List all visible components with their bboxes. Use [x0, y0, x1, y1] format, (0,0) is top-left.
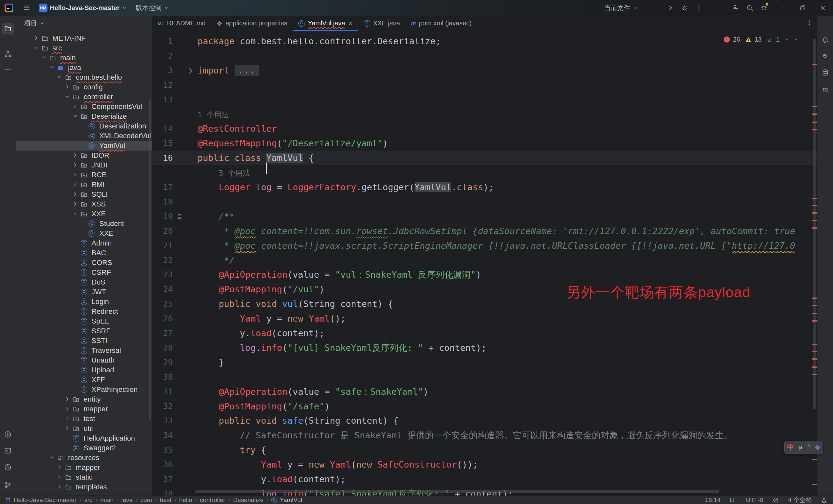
breadcrumb-item[interactable]: Hello-Java-Sec-master: [14, 497, 76, 504]
editor-horizontal-scrollbar[interactable]: [195, 490, 719, 493]
code-line-15[interactable]: 15@RequestMapping("/Deserialize/yaml"): [152, 136, 817, 151]
tab-pom-xml-javasec-[interactable]: mpom.xml (javasec): [405, 16, 477, 31]
tree-item-SSTI[interactable]: CSSTI: [16, 336, 152, 346]
editor-vertical-scrollbar[interactable]: [813, 39, 816, 409]
inlay-hint-line[interactable]: 3 个用法: [152, 165, 817, 180]
chevron-right-icon[interactable]: [72, 172, 78, 178]
chevron-right-icon[interactable]: [56, 484, 63, 490]
tree-item-Deserialize[interactable]: Deserialize: [16, 111, 152, 121]
chevron-down-icon[interactable]: [72, 113, 78, 119]
highlighting-level-widget[interactable]: [772, 497, 779, 503]
error-stripe-mark[interactable]: [812, 484, 817, 485]
code-line-14[interactable]: 14@RestController: [152, 121, 817, 136]
minimize-window-button[interactable]: [772, 0, 793, 16]
tab-list-kebab-icon[interactable]: [806, 20, 813, 26]
tree-item-Upload[interactable]: CUpload: [16, 365, 152, 375]
tree-item-JWT[interactable]: CJWT: [16, 287, 152, 297]
tree-item-XPathInjection[interactable]: CXPathInjection: [16, 385, 152, 395]
breadcrumb-item[interactable]: YamlVul: [280, 497, 302, 504]
code-line-35[interactable]: 35 try {: [152, 443, 817, 457]
doc-render-toggle-icon[interactable]: [177, 213, 184, 220]
terminal-tool-button[interactable]: [4, 447, 12, 455]
tree-item-resources[interactable]: resources: [16, 453, 152, 463]
more-tool-windows-button[interactable]: [4, 66, 11, 73]
chevron-right-icon[interactable]: [56, 474, 63, 480]
breadcrumb-item[interactable]: com: [140, 497, 152, 504]
code-line-2[interactable]: 2: [152, 48, 817, 63]
tree-item-ComponentsVul[interactable]: ComponentsVul: [16, 102, 152, 111]
code-line-22[interactable]: 22 */: [152, 253, 817, 268]
chevron-right-icon[interactable]: [56, 464, 63, 470]
code-line-28[interactable]: 28 log.info("[vul] SnakeYaml反序列化: " + co…: [152, 341, 817, 355]
problems-tool-button[interactable]: [4, 464, 12, 471]
run-button[interactable]: [663, 0, 677, 16]
structure-tool-button[interactable]: [4, 50, 11, 57]
close-tab-icon[interactable]: ×: [349, 20, 353, 27]
error-stripe-mark[interactable]: [812, 114, 817, 115]
inlay-hint-line[interactable]: 1 个用法: [152, 107, 817, 122]
chevron-right-icon[interactable]: [72, 162, 78, 168]
code-line-17[interactable]: 17 Logger log = LoggerFactory.getLogger(…: [152, 180, 817, 195]
tree-item-IDOR[interactable]: IDOR: [16, 151, 152, 160]
code-line-37[interactable]: 37 y.load(content);: [152, 472, 817, 486]
tree-item-CORS[interactable]: CCORS: [16, 258, 152, 268]
tree-item-Unauth[interactable]: CUnauth: [16, 355, 152, 365]
breadcrumb[interactable]: Hello-Java-Sec-master›src›main›java›com›…: [0, 497, 302, 504]
error-stripe-mark[interactable]: [812, 220, 817, 221]
project-tool-button[interactable]: [2, 23, 14, 34]
chevron-right-icon[interactable]: [72, 201, 78, 207]
tree-item-templates[interactable]: templates: [16, 482, 152, 492]
error-stripe-mark[interactable]: [812, 212, 817, 213]
run-configuration-selector[interactable]: 当前文件: [604, 4, 638, 12]
error-stripe-mark[interactable]: [812, 298, 817, 299]
tree-item-XFF[interactable]: CXFF: [16, 375, 152, 385]
error-stripe-mark[interactable]: [812, 198, 817, 199]
breadcrumb-item[interactable]: best: [160, 497, 171, 504]
tab-XXE-java[interactable]: CXXE.java: [358, 16, 405, 31]
chevron-down-icon[interactable]: [65, 94, 70, 100]
breadcrumb-item[interactable]: controller: [200, 497, 225, 504]
code-line-26[interactable]: 26 Yaml y = new Yaml();: [152, 311, 817, 326]
error-stripe-mark[interactable]: [812, 64, 817, 65]
code-line-31[interactable]: 31 @ApiOperation(value = "safe：SnakeYaml…: [152, 384, 817, 399]
tree-item-META-INF[interactable]: META-INF: [16, 33, 152, 43]
tab-README-md[interactable]: M↓README.md: [152, 16, 211, 31]
encoding-widget[interactable]: UTF-8: [746, 497, 763, 504]
maven-button[interactable]: m: [822, 85, 828, 94]
error-stripe-mark[interactable]: [812, 106, 817, 107]
tree-item-SSRF[interactable]: CSSRF: [16, 326, 152, 336]
tree-item-Swagger2[interactable]: CSwagger2: [16, 443, 152, 453]
chevron-up-icon[interactable]: [785, 37, 790, 42]
error-stripe-mark[interactable]: [812, 374, 817, 375]
chevron-down-icon[interactable]: [56, 74, 63, 80]
tree-scrollbar[interactable]: [149, 99, 151, 421]
tree-item-RCE[interactable]: RCE: [16, 170, 152, 180]
code-editor[interactable]: 1package com.best.hello.controller.Deser…: [152, 31, 817, 496]
chevron-right-icon[interactable]: [72, 191, 78, 197]
main-menu-button[interactable]: [23, 4, 30, 11]
tree-item-RMI[interactable]: RMI: [16, 180, 152, 190]
tree-item-SQLI[interactable]: SQLI: [16, 190, 152, 199]
error-stripe-mark[interactable]: [812, 320, 817, 322]
code-line-33[interactable]: 33 public void safe(String content) {: [152, 413, 817, 428]
breadcrumb-item[interactable]: hello: [179, 497, 192, 504]
tree-item-XMLDecoderVul[interactable]: CXMLDecoderVul: [16, 131, 152, 141]
chevron-right-icon[interactable]: [72, 103, 78, 109]
ime-floating-bar[interactable]: 中 ”: [784, 441, 823, 454]
tab-YamlVul-java[interactable]: CYamlVul.java×: [293, 16, 358, 31]
tree-item-BAC[interactable]: CBAC: [16, 248, 152, 258]
breadcrumb-item[interactable]: Deserialize: [233, 497, 264, 504]
code-line-30[interactable]: 30: [152, 370, 817, 384]
code-line-16[interactable]: 16public class YamlVul {: [152, 151, 817, 165]
notifications-button[interactable]: [822, 37, 829, 44]
tree-item-Deserialization[interactable]: CDeserialization: [16, 121, 152, 131]
tree-item-java[interactable]: java: [16, 63, 152, 73]
services-tool-button[interactable]: [4, 431, 12, 438]
code-line-36[interactable]: 36 Yaml y = new Yaml(new SafeConstructor…: [152, 457, 817, 472]
tree-item-HelloApplication[interactable]: CHelloApplication: [16, 433, 152, 443]
chevron-right-icon[interactable]: [33, 35, 39, 41]
ime-gear-icon[interactable]: [814, 445, 820, 450]
tree-item-Student[interactable]: CStudent: [16, 219, 152, 229]
tree-item-XXE[interactable]: XXE: [16, 209, 152, 219]
code-line-1[interactable]: 1package com.best.hello.controller.Deser…: [152, 34, 817, 48]
